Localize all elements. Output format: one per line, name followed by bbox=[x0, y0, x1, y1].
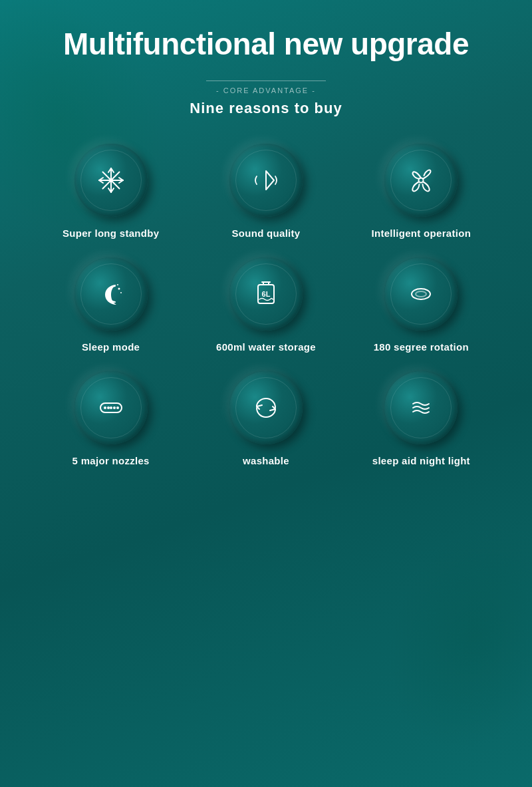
icon-moon-button[interactable] bbox=[74, 257, 148, 331]
feature-washable: washable bbox=[195, 371, 336, 466]
icon-water-button[interactable]: 6L bbox=[229, 257, 303, 331]
feature-label-sleep: Sleep mode bbox=[82, 341, 140, 353]
svg-rect-24 bbox=[100, 403, 122, 412]
feature-water-storage: 6L 600ml water storage bbox=[195, 257, 336, 353]
page-wrapper: Multifunctional new upgrade - CORE ADVAN… bbox=[0, 0, 532, 787]
icon-nightlight-button[interactable] bbox=[384, 371, 458, 444]
svg-line-9 bbox=[99, 180, 103, 183]
feature-label-standby: Super long standby bbox=[63, 228, 159, 239]
feature-sound-quality: Sound quality bbox=[195, 144, 336, 239]
svg-line-4 bbox=[108, 168, 111, 172]
icon-sound-button[interactable] bbox=[229, 144, 303, 217]
rotation-icon bbox=[405, 278, 437, 310]
feature-rotation: 180 segree rotation bbox=[350, 257, 492, 353]
feature-label-night-light: sleep aid night light bbox=[372, 455, 470, 466]
feature-label-nozzles: 5 major nozzles bbox=[72, 455, 150, 466]
svg-point-22 bbox=[412, 289, 430, 299]
water-icon: 6L bbox=[250, 278, 282, 310]
svg-point-23 bbox=[416, 291, 426, 297]
svg-line-3 bbox=[102, 172, 119, 188]
svg-line-10 bbox=[119, 178, 123, 180]
feature-night-light: sleep aid night light bbox=[350, 371, 492, 466]
svg-text:6L: 6L bbox=[262, 290, 271, 298]
icon-fan-button[interactable] bbox=[384, 144, 458, 217]
svg-point-13 bbox=[419, 178, 424, 182]
sound-icon bbox=[250, 164, 282, 196]
core-advantage-label: - CORE ADVANTAGE - bbox=[40, 86, 492, 94]
nozzles-icon bbox=[95, 392, 127, 424]
feature-intelligent-operation: Intelligent operation bbox=[350, 144, 492, 239]
feature-sleep-mode: Sleep mode bbox=[40, 257, 182, 353]
features-grid: Super long standby Sound quality bbox=[40, 144, 492, 466]
icon-nozzles-button[interactable] bbox=[74, 371, 148, 444]
header-section: Multifunctional new upgrade - CORE ADVAN… bbox=[40, 27, 492, 117]
nightlight-icon bbox=[405, 392, 437, 424]
icon-rotation-button[interactable] bbox=[384, 257, 458, 331]
svg-point-29 bbox=[116, 406, 119, 409]
feature-nozzles: 5 major nozzles bbox=[40, 371, 182, 466]
svg-point-26 bbox=[107, 406, 110, 409]
svg-marker-12 bbox=[266, 171, 274, 190]
icon-washable-button[interactable] bbox=[229, 371, 303, 444]
icon-snowflake-button[interactable] bbox=[74, 144, 148, 217]
washable-icon bbox=[250, 392, 282, 424]
fan-icon bbox=[405, 164, 437, 196]
feature-label-rotation: 180 segree rotation bbox=[374, 341, 469, 353]
svg-point-25 bbox=[104, 406, 106, 409]
feature-label-intelligent: Intelligent operation bbox=[372, 228, 471, 239]
svg-line-11 bbox=[119, 180, 123, 183]
feature-super-long-standby: Super long standby bbox=[40, 144, 182, 239]
snowflake-icon bbox=[95, 164, 127, 196]
feature-label-washable: washable bbox=[243, 455, 289, 466]
svg-line-6 bbox=[108, 188, 111, 192]
svg-line-5 bbox=[111, 168, 114, 172]
svg-point-16 bbox=[120, 292, 122, 293]
svg-line-8 bbox=[99, 178, 103, 180]
divider-line bbox=[206, 80, 326, 81]
svg-line-2 bbox=[102, 172, 119, 188]
feature-label-water: 600ml water storage bbox=[216, 341, 316, 353]
feature-label-sound: Sound quality bbox=[231, 228, 300, 239]
svg-line-7 bbox=[111, 188, 114, 192]
svg-point-27 bbox=[110, 406, 112, 409]
svg-rect-17 bbox=[258, 285, 274, 303]
svg-point-14 bbox=[118, 287, 120, 289]
subtitle: Nine reasons to buy bbox=[40, 100, 492, 117]
svg-point-28 bbox=[113, 406, 116, 409]
svg-point-15 bbox=[117, 284, 118, 285]
moon-icon bbox=[95, 278, 127, 310]
main-title: Multifunctional new upgrade bbox=[40, 27, 492, 62]
